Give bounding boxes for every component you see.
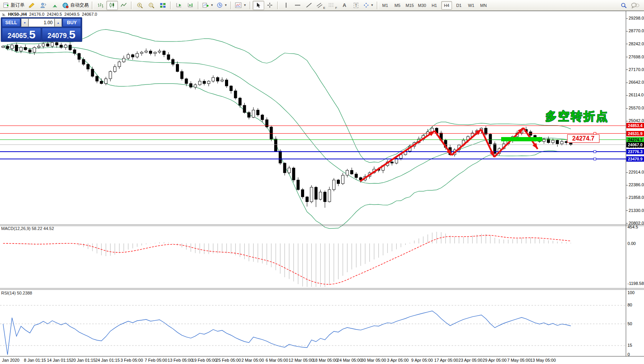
sell-price[interactable]: 24065 . 5	[2, 28, 41, 41]
price-badge-24531.9: 24531.9	[626, 131, 644, 136]
cursor-tool-button[interactable]	[253, 1, 264, 10]
chat-button[interactable]	[629, 1, 641, 10]
timeframe-button-W1[interactable]: W1	[466, 1, 477, 10]
chart-title: HK50-,H4 24176.0 24240.5 24049.5 24067.0	[2, 12, 97, 17]
price-tick-mark	[626, 95, 628, 96]
toolbar-separator	[277, 2, 279, 9]
line-chart-button[interactable]	[118, 1, 129, 10]
timeframe-button-H4[interactable]: H4	[441, 1, 452, 10]
price-tick-label: 28242.0	[629, 41, 644, 46]
text-tool-button[interactable]: A	[339, 1, 350, 10]
price-tick-mark	[626, 121, 628, 121]
timeframe-button-D1[interactable]: D1	[454, 1, 464, 10]
macd-value-main: 58.22	[31, 226, 42, 231]
horizontal-line-tool-button[interactable]	[292, 1, 303, 10]
sell-button[interactable]: SELL	[2, 18, 20, 27]
text-tool-icon: A	[343, 2, 346, 8]
indicators-button[interactable]: ▼	[233, 1, 248, 10]
crosshair-tool-button[interactable]	[264, 1, 276, 10]
price-tick-label: 22386.0	[629, 182, 644, 187]
macd-axis-label: 454.5	[627, 225, 638, 229]
time-axis-label: 6 Mar 05:00	[266, 358, 288, 362]
highlight-bar[interactable]	[501, 137, 542, 141]
toolbar-right-group	[618, 1, 641, 10]
volume-decrease-button[interactable]: ▼	[21, 18, 28, 27]
autotrading-button[interactable]: 自动交易	[61, 1, 90, 10]
timeframe-button-M15[interactable]: M15	[404, 1, 415, 10]
time-axis-label: 7 Feb 05:00	[145, 358, 167, 362]
bar-chart-button[interactable]	[95, 1, 106, 10]
vertical-line-tool-button[interactable]	[280, 1, 292, 10]
clock-icon	[217, 2, 223, 8]
time-axis-label: 23 Apr 05:00	[459, 358, 482, 362]
candlestick-chart-icon	[109, 2, 115, 8]
market-watch-button[interactable]	[38, 1, 49, 10]
time-axis-label: 17 Apr 05:00	[434, 358, 458, 362]
auto-scroll-icon	[176, 2, 182, 8]
volume-stepper: ▼ 1.00 ▲	[21, 18, 62, 27]
chart-shift-button[interactable]	[185, 1, 196, 10]
price-tick-mark	[626, 18, 628, 19]
period-button[interactable]: ▼	[215, 1, 229, 10]
rsi-axis-label: 50	[627, 321, 632, 326]
toolbar-separator	[250, 2, 251, 9]
mt4-window: 新订单 自动交易	[0, 0, 644, 364]
timeframe-button-M5[interactable]: M5	[392, 1, 403, 10]
toolbar-separator	[170, 2, 172, 9]
zoom-out-button[interactable]	[146, 1, 157, 10]
search-button[interactable]	[618, 1, 629, 10]
level-handle-23776.3[interactable]	[594, 151, 596, 153]
price-tick-label: 21330.0	[629, 208, 644, 213]
volume-input[interactable]: 1.00	[28, 18, 55, 27]
channel-tool-button[interactable]: E	[315, 1, 327, 10]
price-tick-label: 22914.0	[629, 170, 644, 174]
timeframe-button-MN[interactable]: MN	[478, 1, 489, 10]
macd-axis-label: 0.00	[627, 241, 636, 246]
chart-title-icon	[2, 13, 6, 16]
buy-price-pip: 5	[69, 30, 76, 40]
price-tick-mark	[626, 210, 628, 211]
fibonacci-tool-button[interactable]: F	[327, 1, 339, 10]
price-tick-mark	[626, 198, 628, 198]
chevron-down-icon: ▼	[371, 3, 374, 7]
signals-icon	[51, 2, 58, 8]
editor-button[interactable]	[26, 1, 38, 10]
volume-increase-button[interactable]: ▲	[55, 18, 62, 27]
trendline-tool-button[interactable]	[303, 1, 315, 10]
price-tick-mark	[626, 69, 628, 70]
macd-label: MACD(12,26,9) 58.22 44.52	[1, 226, 54, 231]
time-axis-label: Jan 2020	[2, 358, 19, 362]
timeframe-button-M30[interactable]: M30	[417, 1, 427, 10]
bar-chart-icon	[98, 2, 104, 8]
editor-icon	[28, 2, 35, 8]
new-order-icon	[3, 2, 10, 8]
chart-frame-top	[0, 11, 644, 11]
text-label-tool-button[interactable]: T	[350, 1, 362, 10]
time-axis-label: 14 Jan 01:15	[47, 358, 71, 362]
zoom-in-button[interactable]	[134, 1, 146, 10]
time-axis-label: 2 Mar 05:00	[242, 358, 264, 362]
horizontal-line-icon	[295, 2, 301, 8]
time-axis-label: 7 May 05:00	[507, 358, 531, 362]
timeframe-button-H1[interactable]: H1	[429, 1, 440, 10]
candlestick-chart-button[interactable]	[106, 1, 118, 10]
signals-button[interactable]	[49, 1, 61, 10]
rsi-line	[3, 311, 571, 355]
auto-scroll-button[interactable]	[173, 1, 185, 10]
arrows-tool-button[interactable]: ▼	[362, 1, 375, 10]
buy-price[interactable]: 24079 . 5	[42, 28, 81, 41]
tile-windows-button[interactable]	[157, 1, 169, 10]
trendline-icon	[306, 2, 312, 8]
buy-button[interactable]: BUY	[63, 18, 81, 27]
time-axis-label: 19 Feb 05:00	[192, 358, 217, 362]
time-axis-label: 24 Mar 05:00	[337, 358, 362, 362]
candlesticks	[2, 41, 572, 208]
timeframe-button-M1[interactable]: M1	[380, 1, 391, 10]
level-handle-23470.9[interactable]	[594, 158, 596, 160]
new-order-button[interactable]: 新订单	[2, 1, 26, 10]
price-tick-mark	[626, 31, 628, 31]
chart-canvas[interactable]	[0, 0, 644, 364]
macd-histogram	[3, 232, 571, 287]
time-axis-label: 29 Apr 05:00	[483, 358, 507, 362]
new-chart-button[interactable]: ▼	[201, 1, 215, 10]
